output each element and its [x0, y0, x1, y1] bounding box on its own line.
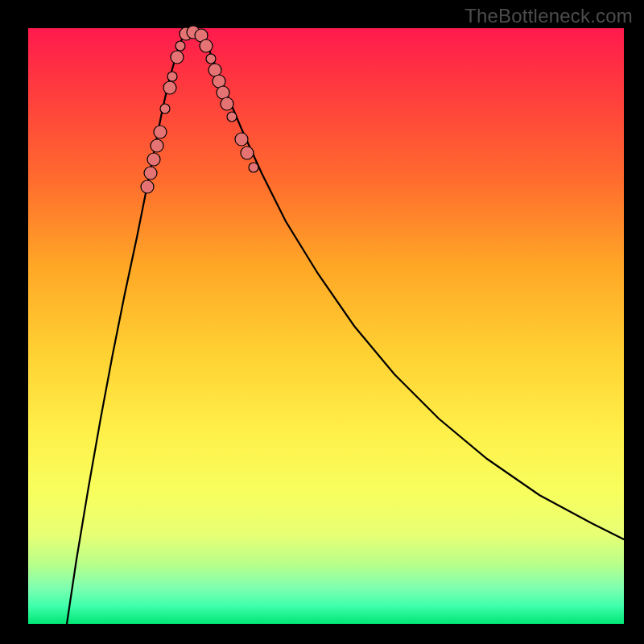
- bead-marker: [160, 104, 170, 114]
- bead-marker: [206, 54, 216, 64]
- bead-marker: [175, 41, 185, 51]
- bead-marker: [141, 180, 154, 193]
- bead-marker: [151, 139, 163, 152]
- curve-right-branch: [200, 32, 624, 539]
- beads-group: [141, 26, 258, 193]
- bead-marker: [171, 51, 184, 64]
- bead-marker: [147, 153, 160, 166]
- bead-marker: [249, 163, 258, 172]
- bead-marker: [241, 147, 254, 159]
- plot-area: [28, 28, 624, 624]
- bead-marker: [163, 81, 176, 94]
- bead-marker: [144, 167, 157, 180]
- curve-left-branch: [67, 32, 185, 624]
- chart-frame: TheBottleneck.com: [0, 0, 644, 644]
- curve-layer: [28, 28, 624, 624]
- bead-marker: [227, 112, 237, 122]
- watermark-text: TheBottleneck.com: [464, 5, 633, 27]
- bead-marker: [200, 39, 213, 52]
- bead-marker: [167, 72, 177, 81]
- bead-marker: [221, 97, 233, 110]
- bead-marker: [154, 126, 167, 138]
- bead-marker: [235, 133, 248, 146]
